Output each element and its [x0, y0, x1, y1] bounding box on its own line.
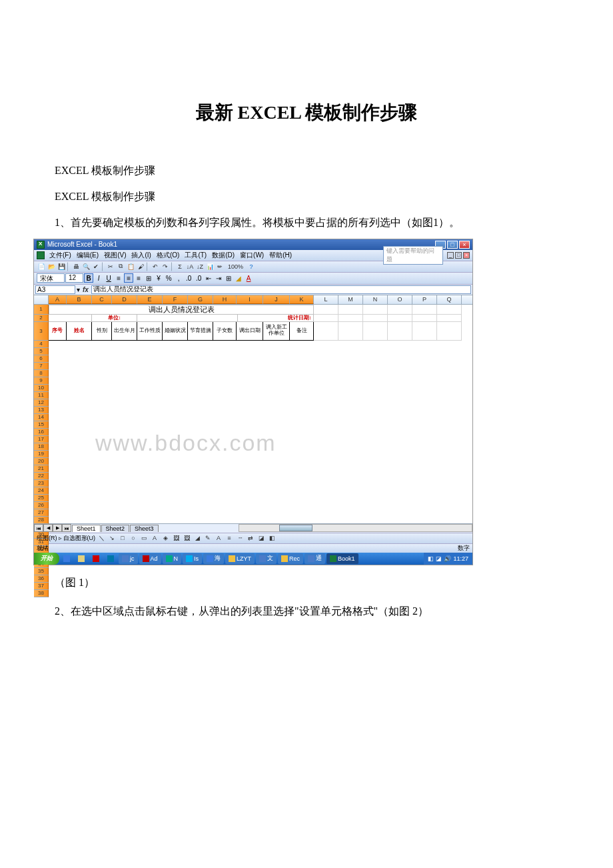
print-icon[interactable]: 🖶 [71, 262, 81, 271]
col-header-I[interactable]: I [237, 295, 263, 304]
rectangle-icon[interactable]: □ [118, 533, 127, 543]
col-header-D[interactable]: D [112, 295, 137, 304]
quicklaunch-item[interactable] [89, 553, 103, 564]
row-header[interactable]: 13 [34, 407, 49, 414]
open-icon[interactable]: 📂 [47, 262, 56, 271]
currency-icon[interactable]: ¥ [154, 273, 163, 283]
percent-icon[interactable]: % [164, 273, 173, 283]
row-header[interactable]: 24 [34, 487, 49, 495]
col-header-N[interactable]: N [363, 295, 388, 304]
font-size-box[interactable]: 12 [65, 273, 83, 283]
fx-icon[interactable]: fx [80, 286, 91, 293]
draw-menu[interactable]: 绘图(R) [37, 534, 57, 543]
taskbar-item[interactable]: Rec [278, 553, 303, 564]
menu-view[interactable]: 视图(V) [102, 251, 128, 260]
taskbar-item[interactable]: Is [183, 553, 202, 564]
row-header[interactable]: 15 [34, 421, 49, 429]
row-header[interactable]: 36 [34, 575, 49, 583]
tab-nav-prev-icon[interactable]: ◀ [43, 524, 53, 532]
fill-color-icon[interactable]: ◢ [193, 533, 202, 543]
menu-data[interactable]: 数据(D) [210, 251, 237, 260]
tray-icon[interactable]: 🔊 [444, 555, 451, 562]
taskbar-item[interactable]: N [163, 553, 182, 564]
autoshapes-menu[interactable]: 自选图形(U) [63, 534, 96, 543]
font-color-icon[interactable]: A [244, 273, 253, 283]
align-right-icon[interactable]: ≡ [134, 273, 143, 283]
maximize-button[interactable]: □ [447, 241, 458, 249]
tab-nav-last-icon[interactable]: ⏭ [62, 524, 71, 532]
row-header[interactable]: 28 [34, 517, 49, 524]
taskbar-item-active[interactable]: Book1 [326, 553, 358, 564]
redo-icon[interactable]: ↷ [161, 262, 170, 271]
arrow-style-icon[interactable]: ⇄ [246, 533, 255, 543]
row-header[interactable]: 19 [34, 451, 49, 458]
menu-format[interactable]: 格式(O) [155, 251, 181, 260]
select-objects-icon[interactable]: ▹ [59, 535, 62, 541]
col-header-C[interactable]: C [92, 295, 112, 304]
sheet-tab-2[interactable]: Sheet2 [101, 525, 130, 532]
sheet-tab-3[interactable]: Sheet3 [130, 525, 159, 532]
merge-center-icon[interactable]: ⊞ [144, 273, 153, 283]
format-painter-icon[interactable]: 🖌 [136, 262, 145, 271]
row-header[interactable]: 22 [34, 473, 49, 480]
autosum-icon[interactable]: Σ [175, 262, 185, 271]
row-header[interactable]: 10 [34, 385, 49, 392]
select-all-corner[interactable] [34, 295, 49, 305]
align-center-icon[interactable]: ≡ [124, 273, 133, 283]
help-search-box[interactable]: 键入需要帮助的问题 [383, 246, 443, 265]
row-header-1[interactable]: 1 [34, 305, 49, 315]
quicklaunch-ie-icon[interactable] [60, 553, 73, 564]
line-icon[interactable]: ＼ [97, 533, 106, 543]
font-name-box[interactable]: 宋体 [37, 273, 65, 283]
col-header-G[interactable]: G [188, 295, 213, 304]
row-header[interactable]: 9 [34, 377, 49, 385]
row-header[interactable]: 20 [34, 458, 49, 465]
taskbar-item[interactable]: Ad [139, 553, 161, 564]
row-header[interactable]: 11 [34, 392, 49, 399]
quicklaunch-item[interactable] [104, 553, 117, 564]
sort-desc-icon[interactable]: ↓Z [195, 262, 205, 271]
row-header[interactable]: 8 [34, 370, 49, 377]
workbook-minimize-button[interactable]: _ [447, 252, 454, 259]
comma-icon[interactable]: , [174, 273, 183, 283]
sort-asc-icon[interactable]: ↓A [185, 262, 195, 271]
quicklaunch-desktop-icon[interactable] [75, 553, 88, 564]
cut-icon[interactable]: ✂ [106, 262, 115, 271]
clipart-icon[interactable]: 🖼 [171, 533, 181, 543]
system-tray[interactable]: ◧ ◪ 🔊 11:27 [424, 553, 472, 565]
borders-icon[interactable]: ⊞ [224, 273, 233, 283]
row-header[interactable]: 25 [34, 495, 49, 502]
row-header[interactable]: 35 [34, 568, 49, 575]
menu-window[interactable]: 窗口(W) [238, 251, 266, 260]
scrollbar-thumb[interactable] [279, 525, 312, 531]
menu-help[interactable]: 帮助(H) [267, 251, 294, 260]
line-color-icon[interactable]: ✎ [203, 533, 213, 543]
col-header-J[interactable]: J [263, 295, 290, 304]
sheet-title-cell[interactable]: 调出人员情况登记表 [49, 305, 314, 315]
col-header-E[interactable]: E [137, 295, 163, 304]
tray-icon[interactable]: ◪ [436, 555, 442, 562]
italic-button[interactable]: I [94, 273, 103, 283]
row-header[interactable]: 17 [34, 436, 49, 443]
decrease-decimal-icon[interactable]: .0 [194, 273, 203, 283]
menu-file[interactable]: 文件(F) [47, 251, 73, 260]
row-header[interactable]: 6 [34, 355, 49, 363]
row-header[interactable]: 14 [34, 414, 49, 421]
shadow-icon[interactable]: ◪ [257, 533, 266, 543]
bold-button[interactable]: B [84, 273, 93, 283]
paste-icon[interactable]: 📋 [126, 262, 135, 271]
col-header-A[interactable]: A [49, 295, 67, 304]
oval-icon[interactable]: ○ [129, 533, 138, 543]
row-header[interactable]: 37 [34, 583, 49, 590]
start-button[interactable]: 开始 [34, 553, 59, 565]
menu-insert[interactable]: 插入(I) [129, 251, 153, 260]
wordart-icon[interactable]: A [150, 533, 159, 543]
help-icon[interactable]: ? [247, 262, 256, 271]
preview-icon[interactable]: 🔍 [81, 262, 91, 271]
col-header-L[interactable]: L [314, 295, 338, 304]
3d-icon[interactable]: ◧ [267, 533, 277, 543]
increase-indent-icon[interactable]: ⇥ [214, 273, 223, 283]
taskbar-item[interactable]: 文 [256, 553, 277, 564]
underline-button[interactable]: U [104, 273, 113, 283]
line-style-icon[interactable]: ≡ [225, 533, 234, 543]
